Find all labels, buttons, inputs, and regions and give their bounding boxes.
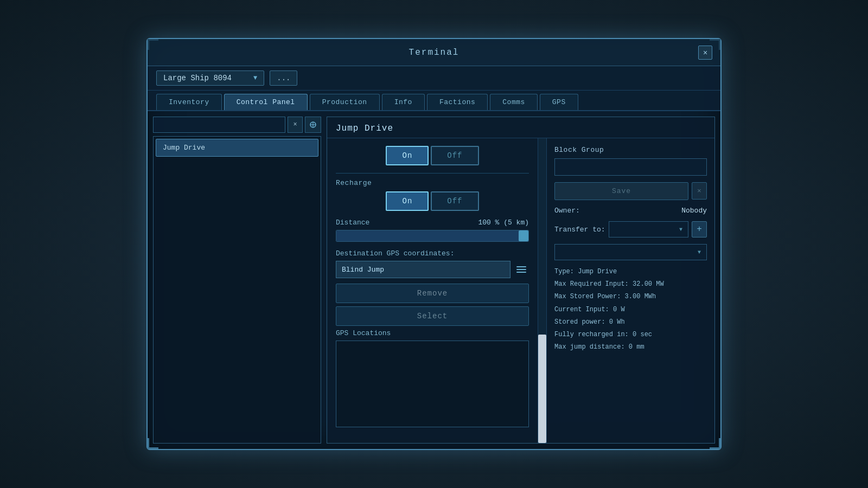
search-row: × — [153, 117, 321, 133]
remove-button[interactable]: Remove — [336, 284, 529, 303]
recharge-toggle-group: On Off — [336, 191, 529, 211]
search-clear-button[interactable]: × — [288, 117, 303, 133]
filter-icon-button[interactable] — [305, 117, 321, 133]
block-group-label: Block Group — [554, 146, 707, 154]
recharge-off-button[interactable]: Off — [431, 191, 478, 211]
ship-name-label: Large Ship 8094 — [163, 74, 232, 82]
scrollbar[interactable] — [538, 138, 546, 443]
ellipsis-button[interactable]: ... — [270, 70, 297, 86]
power-off-button[interactable]: Off — [431, 146, 478, 165]
gps-coordinates-label: Destination GPS coordinates: — [336, 249, 529, 258]
gps-locations-label: GPS Locations — [336, 329, 529, 337]
owner-label: Owner: — [554, 207, 580, 215]
chevron-down-icon: ▼ — [253, 74, 257, 82]
block-list-item[interactable]: Jump Drive — [156, 139, 318, 157]
stat-max-stored: Max Stored Power: 3.00 MWh — [554, 292, 707, 302]
tab-info[interactable]: Info — [382, 94, 425, 110]
tab-comms[interactable]: Comms — [490, 94, 538, 110]
menu-icon[interactable] — [514, 261, 529, 278]
gps-input-row — [336, 261, 529, 278]
distance-value: 100 % (5 km) — [478, 219, 529, 227]
terminal-window: Terminal × Large Ship 8094 ▼ ... Invento… — [146, 38, 722, 450]
gps-input[interactable] — [336, 261, 510, 278]
stat-max-jump: Max jump distance: 0 mm — [554, 342, 707, 352]
transfer-dropdown[interactable]: ▼ — [609, 221, 688, 237]
transfer-row: Transfer to: ▼ + — [554, 221, 707, 237]
power-on-button[interactable]: On — [386, 146, 429, 165]
ship-dropdown[interactable]: Large Ship 8094 ▼ — [156, 70, 264, 86]
select-button[interactable]: Select — [336, 306, 529, 326]
block-group-input[interactable] — [554, 158, 707, 176]
chevron-down-icon-2: ▼ — [698, 249, 701, 255]
info-panel: Block Group Save × Owner: Nobody — [546, 138, 714, 443]
transfer-add-button[interactable]: + — [692, 221, 707, 237]
filter-icon — [309, 120, 317, 129]
distance-slider[interactable] — [336, 230, 529, 242]
ship-selector-row: Large Ship 8094 ▼ ... — [148, 66, 720, 91]
left-panel: × Jump Drive — [153, 117, 321, 444]
recharge-on-button[interactable]: On — [386, 191, 429, 211]
tab-production[interactable]: Production — [310, 94, 380, 110]
distance-row: Distance 100 % (5 km) — [336, 219, 529, 227]
block-list[interactable]: Jump Drive — [153, 136, 321, 444]
stat-fully-recharged: Fully recharged in: 0 sec — [554, 330, 707, 340]
stat-type: Type: Jump Drive — [554, 267, 707, 277]
window-title: Terminal — [409, 48, 459, 57]
chevron-down-icon: ▼ — [679, 227, 682, 233]
tab-gps[interactable]: GPS — [540, 94, 578, 110]
control-panel-body: On Off Recharge On Off Distance 100 % (5… — [327, 138, 714, 443]
power-toggle-group: On Off — [336, 146, 529, 165]
tab-control-panel[interactable]: Control Panel — [224, 94, 308, 110]
scroll-thumb — [538, 335, 546, 443]
control-panel-header: Jump Drive — [327, 117, 714, 138]
title-bar: Terminal × — [148, 39, 720, 66]
tabs-row: Inventory Control Panel Production Info … — [148, 91, 720, 111]
owner-value: Nobody — [681, 207, 707, 215]
owner-row: Owner: Nobody — [554, 207, 707, 215]
block-group-section: Block Group — [554, 146, 707, 176]
corner-decoration-bl — [148, 438, 158, 449]
slider-fill — [336, 230, 528, 241]
block-group-clear-button[interactable]: × — [692, 182, 707, 200]
tab-factions[interactable]: Factions — [427, 94, 488, 110]
divider-1 — [336, 173, 529, 174]
window-close-button[interactable]: × — [698, 46, 712, 60]
slider-thumb — [519, 230, 528, 241]
transfer-to-label: Transfer to: — [554, 226, 605, 234]
save-button[interactable]: Save — [554, 182, 688, 200]
main-content: × Jump Drive Jump Drive — [148, 111, 720, 449]
corner-decoration-br — [710, 438, 720, 449]
recharge-label: Recharge — [336, 179, 529, 187]
stat-max-input: Max Required Input: 32.00 MW — [554, 279, 707, 290]
second-dropdown[interactable]: ▼ — [554, 244, 707, 260]
control-middle: On Off Recharge On Off Distance 100 % (5… — [327, 138, 538, 443]
stats-section: Type: Jump Drive Max Required Input: 32.… — [554, 267, 707, 352]
search-input[interactable] — [153, 117, 285, 133]
stat-current-input: Current Input: 0 W — [554, 305, 707, 315]
save-row: Save × — [554, 182, 707, 200]
gps-list[interactable] — [336, 341, 529, 427]
control-panel: Jump Drive On Off Recharge On Off — [327, 117, 715, 444]
stat-stored-power: Stored power: 0 Wh — [554, 317, 707, 328]
tab-inventory[interactable]: Inventory — [156, 94, 222, 110]
distance-label: Distance — [336, 219, 369, 227]
